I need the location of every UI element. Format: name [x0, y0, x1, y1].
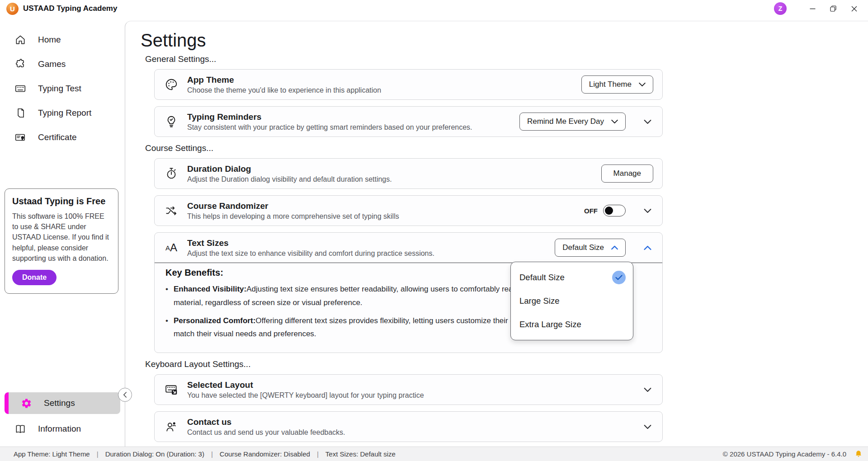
sidebar-item-label: Games: [38, 59, 66, 69]
manage-button[interactable]: Manage: [601, 165, 653, 183]
expand-chevron-icon[interactable]: [644, 387, 651, 392]
card-course-randomizer: Course Randomizer This helps in developi…: [154, 195, 663, 226]
setting-title: App Theme: [187, 75, 573, 85]
status-bar: App Theme: Light Theme | Duration Dialog…: [0, 447, 868, 461]
status-duration-dialog: Duration Dialog: On (Duration: 3): [105, 450, 204, 458]
setting-desc: You have selected the [QWERTY keyboard] …: [187, 391, 626, 400]
section-general-settings: General Settings...: [145, 54, 868, 64]
donation-body: This software is 100% FREE to use & SHAR…: [12, 211, 111, 263]
randomizer-toggle[interactable]: [603, 205, 626, 216]
sidebar-item-label: Typing Test: [38, 84, 81, 94]
setting-title: Duration Dialog: [187, 164, 593, 174]
keyboard-layout-icon: [164, 383, 179, 396]
app-logo-icon: U: [6, 3, 19, 15]
status-app-theme: App Theme: Light Theme: [14, 450, 90, 458]
dropdown-option-large-size[interactable]: Large Size: [511, 289, 633, 313]
chevron-up-icon: [611, 245, 618, 250]
expand-chevron-icon[interactable]: [644, 424, 651, 429]
status-text-sizes: Text Sizes: Default size: [326, 450, 396, 458]
chevron-down-icon: [639, 82, 646, 87]
sidebar-item-label: Home: [38, 35, 61, 45]
copyright-text: © 2026 USTAAD Typing Academy - 6.4.0: [723, 450, 846, 458]
setting-desc: Adjust the Duration dialog visibility an…: [187, 175, 593, 183]
card-typing-reminders: Typing Reminders Stay consistent with yo…: [154, 106, 663, 137]
expand-chevron-icon[interactable]: [644, 119, 651, 124]
palette-icon: [164, 78, 179, 91]
gear-icon: [21, 398, 32, 409]
sidebar-item-home[interactable]: Home: [0, 28, 125, 52]
setting-desc: Stay consistent with your practice by ge…: [187, 123, 511, 132]
shuffle-icon: [164, 204, 179, 217]
text-size-dropdown-menu: Default Size Large Size Extra Large Size: [510, 262, 633, 340]
user-avatar[interactable]: Z: [774, 2, 787, 15]
sidebar-item-settings[interactable]: Settings: [5, 392, 120, 414]
close-icon[interactable]: [844, 0, 864, 17]
book-icon: [14, 423, 26, 435]
donation-title: Ustaad Typing is Free: [12, 196, 111, 207]
setting-desc: Contact us and send us your valuable fee…: [187, 428, 626, 437]
expand-chevron-icon[interactable]: [644, 208, 651, 213]
toggle-state-label: OFF: [584, 207, 598, 215]
setting-desc: Choose the theme you'd like to experienc…: [187, 86, 573, 94]
collapse-chevron-icon[interactable]: [644, 245, 651, 250]
selected-check-icon: [612, 271, 626, 284]
setting-title: Selected Layout: [187, 380, 626, 390]
report-icon: [14, 107, 26, 119]
text-size-icon: AA: [164, 241, 179, 254]
sidebar-item-typing-test[interactable]: Typing Test: [0, 76, 125, 101]
sidebar-item-information[interactable]: Information: [0, 419, 125, 439]
setting-title: Text Sizes: [187, 238, 547, 248]
keyboard-icon: [14, 83, 26, 94]
reminder-bulb-icon: [164, 115, 179, 128]
donate-button[interactable]: Donate: [12, 270, 57, 285]
card-duration-dialog: Duration Dialog Adjust the Duration dial…: [154, 158, 663, 189]
restore-button[interactable]: [823, 0, 844, 17]
sidebar-item-certificate[interactable]: Certificate: [0, 125, 125, 150]
certificate-icon: [14, 132, 26, 143]
setting-desc: This helps in developing a more comprehe…: [187, 212, 576, 221]
chevron-down-icon: [611, 119, 618, 124]
setting-title: Contact us: [187, 417, 626, 427]
minimize-button[interactable]: [802, 0, 823, 17]
reminder-frequency-select[interactable]: Remind Me Every Day: [519, 113, 626, 131]
card-selected-layout: Selected Layout You have selected the [Q…: [154, 374, 663, 405]
app-theme-select[interactable]: Light Theme: [581, 75, 653, 94]
notification-bell-icon[interactable]: [854, 449, 863, 459]
settings-page: Settings General Settings... App Theme C…: [125, 21, 868, 447]
card-text-sizes: AA Text Sizes Adjust the text size to en…: [154, 232, 663, 353]
setting-desc: Adjust the text size to enhance visibili…: [187, 249, 547, 258]
card-app-theme: App Theme Choose the theme you'd like to…: [154, 69, 663, 100]
titlebar: U USTAAD Typing Academy Z: [0, 0, 868, 17]
dropdown-option-extra-large-size[interactable]: Extra Large Size: [511, 313, 633, 336]
dropdown-option-default-size[interactable]: Default Size: [511, 266, 633, 289]
setting-title: Course Randomizer: [187, 201, 576, 211]
card-contact-us: Contact us Contact us and send us your v…: [154, 411, 663, 442]
setting-title: Typing Reminders: [187, 112, 511, 122]
home-icon: [14, 34, 26, 46]
sidebar-item-typing-report[interactable]: Typing Report: [0, 101, 125, 125]
toggle-knob: [605, 207, 613, 215]
sidebar-collapse-button[interactable]: [118, 388, 132, 402]
app-title: USTAAD Typing Academy: [23, 4, 117, 13]
donation-card: Ustaad Typing is Free This software is 1…: [5, 188, 118, 294]
sidebar-item-label: Certificate: [38, 132, 77, 142]
sidebar-item-label: Typing Report: [38, 108, 91, 118]
text-size-select[interactable]: Default Size: [555, 239, 626, 257]
contact-person-icon: [164, 420, 179, 433]
puzzle-icon: [14, 58, 26, 70]
section-course-settings: Course Settings...: [145, 143, 868, 153]
sidebar-item-label: Settings: [44, 398, 75, 408]
section-keyboard-layout-settings: Keyboard Layout Settings...: [145, 359, 868, 369]
status-course-randomizer: Course Randomizer: Disabled: [220, 450, 310, 458]
sidebar-item-label: Information: [38, 424, 81, 434]
sidebar: Home Games Typing Test Typing Report: [0, 17, 125, 447]
sidebar-item-games[interactable]: Games: [0, 52, 125, 76]
page-title: Settings: [141, 30, 868, 51]
stopwatch-icon: [164, 167, 179, 180]
